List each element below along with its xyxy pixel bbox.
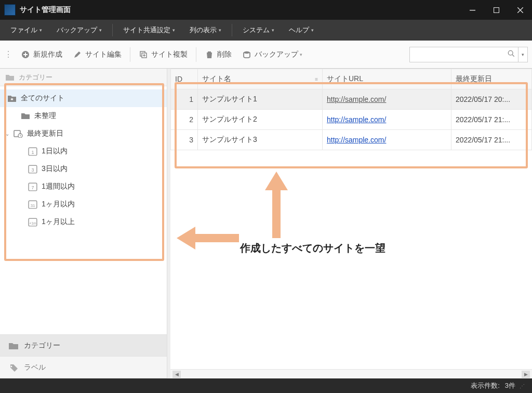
tree-over-1m[interactable]: +1m 1ヶ月以上 xyxy=(0,213,167,231)
new-site-button[interactable]: 新規作成 xyxy=(16,47,68,62)
window-title: サイト管理画面 xyxy=(20,5,71,15)
menu-columns[interactable]: 列の表示▾ xyxy=(182,20,229,41)
titlebar: サイト管理画面 xyxy=(0,0,532,20)
folder-star-icon xyxy=(7,94,17,102)
tab-label: カテゴリー xyxy=(24,341,60,350)
site-url-link[interactable]: http://sample.com/ xyxy=(327,95,386,103)
search-dropdown[interactable]: ▾ xyxy=(518,47,528,62)
cell-id: 2 xyxy=(171,110,198,130)
status-count-label: 表示件数: xyxy=(471,381,500,390)
tree-within-1w[interactable]: 7 1週間以内 xyxy=(0,178,167,195)
collapse-icon[interactable]: ⌄ xyxy=(5,131,11,137)
tree-unsorted[interactable]: 未整理 xyxy=(0,107,167,125)
search-field[interactable] xyxy=(413,50,506,58)
cell-updated: 2022/05/17 21:... xyxy=(451,110,532,130)
site-table: ID サイト名≡ サイトURL 最終更新日 1 サンプルサイト1 http://… xyxy=(170,69,532,150)
annotation-callout: 作成したすべてのサイトを一望 xyxy=(240,241,385,255)
table-row[interactable]: 2 サンプルサイト2 http://sample.com/ 2022/05/17… xyxy=(171,110,532,130)
toolbar-label: 削除 xyxy=(217,50,232,59)
app-icon xyxy=(4,4,16,16)
status-count-value: 3件 xyxy=(505,381,515,390)
table-row[interactable]: 3 サンプルサイト3 http://sample.com/ 2022/05/17… xyxy=(171,130,532,150)
folder-icon xyxy=(8,342,19,350)
folder-icon xyxy=(21,112,30,120)
close-button[interactable] xyxy=(508,0,532,20)
svg-rect-1 xyxy=(494,7,499,12)
site-url-link[interactable]: http://sample.com/ xyxy=(327,115,386,124)
tree-label: 1ヶ月以上 xyxy=(42,217,75,227)
menu-system[interactable]: システム▾ xyxy=(235,20,282,41)
caret-down-icon: ▾ xyxy=(300,52,302,57)
tree-label: 最終更新日 xyxy=(27,129,63,138)
col-updated[interactable]: 最終更新日 xyxy=(451,69,532,89)
cell-url: http://sample.com/ xyxy=(323,110,451,130)
menu-site-common[interactable]: サイト共通設定▾ xyxy=(116,20,182,41)
cell-name: サンプルサイト2 xyxy=(198,110,323,130)
duplicate-site-button[interactable]: サイト複製 xyxy=(134,47,193,62)
table-row[interactable]: 1 サンプルサイト1 http://sample.com/ 2022/05/17… xyxy=(171,89,532,110)
search-input[interactable] xyxy=(409,47,518,62)
cell-url: http://sample.com/ xyxy=(323,130,451,150)
tree-within-3d[interactable]: 3 3日以内 xyxy=(0,160,167,178)
calendar-clock-icon xyxy=(14,129,23,138)
menu-separator xyxy=(112,24,113,36)
table-header-row: ID サイト名≡ サイトURL 最終更新日 xyxy=(171,69,532,89)
col-name[interactable]: サイト名≡ xyxy=(198,69,323,89)
menu-backup[interactable]: バックアップ▾ xyxy=(49,20,109,41)
col-url[interactable]: サイトURL xyxy=(323,69,451,89)
site-table-panel: ID サイト名≡ サイトURL 最終更新日 1 サンプルサイト1 http://… xyxy=(170,69,532,378)
svg-text:3: 3 xyxy=(31,167,34,173)
svg-text:1: 1 xyxy=(31,150,34,155)
svg-point-5 xyxy=(244,51,250,53)
scroll-left-button[interactable]: ◀ xyxy=(172,371,181,378)
site-url-link[interactable]: http://sample.com/ xyxy=(327,136,386,144)
cell-name: サンプルサイト3 xyxy=(198,130,323,150)
scroll-right-button[interactable]: ▶ xyxy=(522,371,530,378)
menu-help[interactable]: ヘルプ▾ xyxy=(282,20,321,41)
cell-updated: 2022/05/17 20:... xyxy=(451,89,532,110)
search-icon[interactable] xyxy=(506,50,515,59)
cell-url: http://sample.com/ xyxy=(323,89,451,110)
svg-text:7: 7 xyxy=(31,185,34,190)
toolbar-separator xyxy=(196,47,196,62)
edit-site-button[interactable]: サイト編集 xyxy=(68,47,127,62)
svg-text:31: 31 xyxy=(31,203,35,208)
sort-indicator-icon: ≡ xyxy=(315,76,318,82)
tree-within-1m[interactable]: 31 1ヶ月以内 xyxy=(0,195,167,213)
toolbar: ⋮ 新規作成 サイト編集 サイト複製 削除 バックアップ▾ xyxy=(0,41,532,69)
delete-button[interactable]: 削除 xyxy=(200,47,237,62)
tree-label: 未整理 xyxy=(34,111,56,121)
menu-file[interactable]: ファイル▾ xyxy=(3,20,49,41)
col-id[interactable]: ID xyxy=(171,69,198,89)
tree-label: 1週間以内 xyxy=(42,182,75,191)
menu-separator xyxy=(232,24,232,36)
calendar-3-icon: 3 xyxy=(28,165,37,173)
calendar-7-icon: 7 xyxy=(28,182,37,191)
tree-label: 1ヶ月以内 xyxy=(42,200,75,209)
trash-icon xyxy=(205,50,214,59)
svg-point-19 xyxy=(11,365,12,367)
cell-id: 1 xyxy=(171,89,198,110)
statusbar: 表示件数: 3件 ⋰ xyxy=(0,378,532,393)
maximize-button[interactable] xyxy=(484,0,508,20)
tree-last-updated[interactable]: ⌄ 最終更新日 xyxy=(0,125,167,142)
sidebar-header-label: カテゴリー xyxy=(19,73,52,82)
resize-grip-icon[interactable]: ⋰ xyxy=(520,383,525,389)
tree-label: 1日以内 xyxy=(42,147,68,156)
tab-label[interactable]: ラベル xyxy=(0,357,167,378)
tab-category[interactable]: カテゴリー xyxy=(0,335,167,357)
backup-button[interactable]: バックアップ▾ xyxy=(237,47,308,62)
content: カテゴリー 全てのサイト 未整理 ⌄ 最終更新日 xyxy=(0,69,532,378)
duplicate-icon xyxy=(139,50,148,59)
cell-name: サンプルサイト1 xyxy=(198,89,323,110)
tree-all-sites[interactable]: 全てのサイト xyxy=(0,89,167,107)
minimize-button[interactable] xyxy=(460,0,484,20)
sidebar-tabs: カテゴリー ラベル xyxy=(0,334,167,378)
toolbar-handle[interactable]: ⋮ xyxy=(4,49,16,59)
horizontal-scrollbar[interactable]: ◀ ▶ xyxy=(170,369,532,378)
sidebar-header: カテゴリー xyxy=(0,69,167,86)
tree-label: 全てのサイト xyxy=(21,94,64,103)
tree-within-1d[interactable]: 1 1日以内 xyxy=(0,142,167,160)
category-tree: 全てのサイト 未整理 ⌄ 最終更新日 1 1日以内 3 3日 xyxy=(0,86,167,334)
tab-label-text: ラベル xyxy=(24,363,46,372)
